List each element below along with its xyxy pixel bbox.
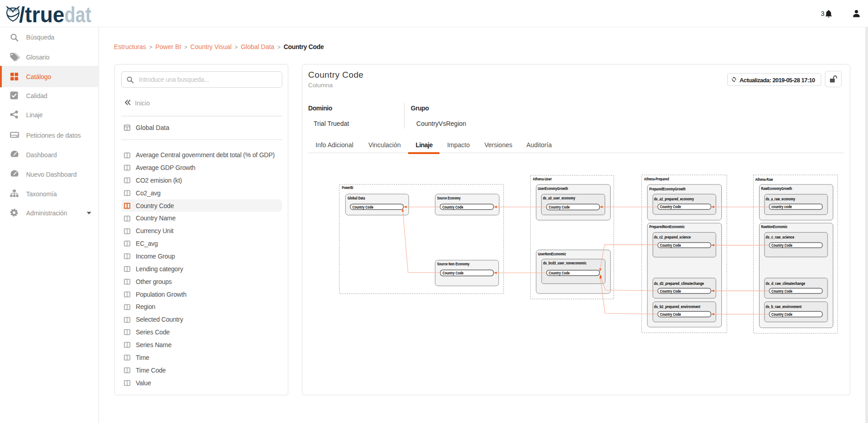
svg-text:Country Code: Country Code bbox=[771, 289, 792, 294]
svg-text:Athena-Raw: Athena-Raw bbox=[755, 177, 773, 182]
svg-text:ds_d2_prepared_climatechange: ds_d2_prepared_climatechange bbox=[654, 281, 704, 286]
svg-text:RawNonEconomic: RawNonEconomic bbox=[761, 224, 788, 229]
svg-text:Country Code: Country Code bbox=[771, 243, 792, 248]
svg-text:UserEconmyGrowth: UserEconmyGrowth bbox=[538, 186, 568, 191]
svg-text:Source Economy: Source Economy bbox=[437, 195, 461, 200]
svg-text:Country Code: Country Code bbox=[442, 205, 463, 209]
svg-text:ds_a_raw_economy: ds_a_raw_economy bbox=[766, 196, 796, 201]
svg-text:Country Code: Country Code bbox=[660, 312, 681, 317]
svg-text:Source Non Economy: Source Non Economy bbox=[437, 261, 470, 266]
svg-text:Country Code: Country Code bbox=[352, 205, 373, 209]
svg-text:Country Code: Country Code bbox=[549, 271, 570, 275]
svg-text:PreparedNonEconomic: PreparedNonEconomic bbox=[649, 224, 685, 229]
svg-text:ds_c2_prepared_science: ds_c2_prepared_science bbox=[654, 234, 691, 239]
svg-text:Country Code: Country Code bbox=[443, 271, 464, 275]
svg-text:Athena-User: Athena-User bbox=[533, 176, 552, 181]
svg-text:ds_b2_prepared_environment: ds_b2_prepared_environment bbox=[654, 304, 701, 309]
svg-text:Global Data: Global Data bbox=[348, 195, 365, 200]
svg-text:Country Code: Country Code bbox=[549, 205, 570, 209]
svg-text:Country Code: Country Code bbox=[771, 312, 792, 317]
svg-text:PowerBI: PowerBI bbox=[342, 185, 353, 190]
svg-text:Country Code: Country Code bbox=[660, 289, 681, 294]
svg-text:ds_d_raw_climatechange: ds_d_raw_climatechange bbox=[766, 281, 805, 286]
svg-text:dat: dat bbox=[64, 4, 91, 26]
svg-text:/true: /true bbox=[19, 4, 64, 26]
svg-text:ds_b_raw_environment: ds_b_raw_environment bbox=[766, 304, 802, 309]
svg-text:PreparedEconmyGrowth: PreparedEconmyGrowth bbox=[649, 186, 686, 191]
svg-text:ds_a3_user_economy: ds_a3_user_economy bbox=[543, 195, 576, 200]
svg-text:RawEconomyGrowth: RawEconomyGrowth bbox=[761, 186, 792, 191]
svg-text:UserNonEconomic: UserNonEconomic bbox=[538, 251, 566, 256]
svg-text:ds_a2_prepared_economy: ds_a2_prepared_economy bbox=[654, 196, 695, 201]
svg-text:ds_c_raw_science: ds_c_raw_science bbox=[766, 234, 794, 239]
svg-text:country code: country code bbox=[771, 204, 792, 209]
svg-text:ds_bcd3_user_noneconomic: ds_bcd3_user_noneconomic bbox=[543, 260, 587, 265]
svg-text:Country Code: Country Code bbox=[660, 243, 681, 248]
svg-text:Athena-Prepared: Athena-Prepared bbox=[644, 176, 669, 181]
svg-text:Country Code: Country Code bbox=[660, 204, 681, 209]
